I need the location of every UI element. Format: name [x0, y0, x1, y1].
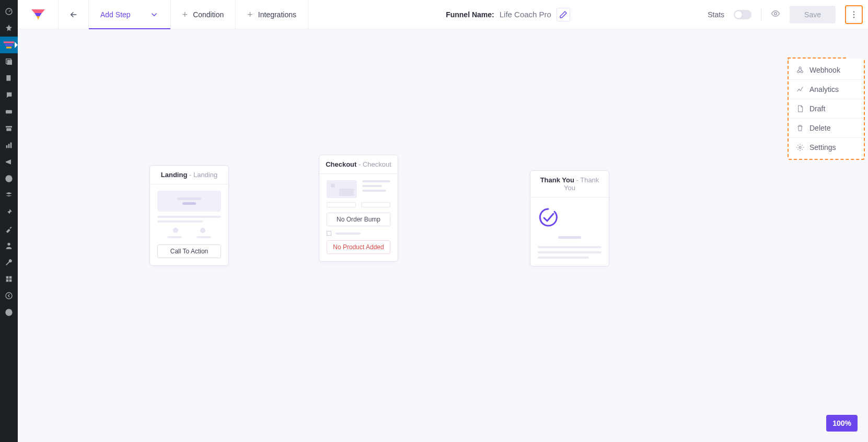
wp-admin-sidebar	[0, 0, 18, 442]
svg-rect-2	[5, 44, 13, 45]
svg-rect-9	[6, 128, 11, 131]
funnel-name-label: Funnel Name:	[446, 10, 494, 19]
wp-settings-icon[interactable]	[0, 271, 18, 287]
eye-icon	[771, 9, 780, 18]
wp-appearance-icon[interactable]	[0, 220, 18, 237]
svg-point-26	[853, 14, 855, 15]
wp-analytics-icon[interactable]	[0, 137, 18, 154]
wp-pin2-icon[interactable]	[0, 204, 18, 220]
wp-dashboard-icon[interactable]	[0, 3, 18, 20]
wp-templates-icon[interactable]	[0, 187, 18, 204]
menu-item-analytics[interactable]: Analytics	[789, 80, 864, 99]
chevron-down-icon	[149, 10, 159, 19]
edit-name-button[interactable]	[557, 8, 570, 21]
step-card-landing[interactable]: Landing - Landing Call To Action	[149, 165, 229, 266]
menu-label: Webhook	[809, 66, 840, 74]
file-icon	[796, 104, 804, 113]
funnel-canvas[interactable]: Landing - Landing Call To Action Checkou…	[18, 29, 868, 442]
tab-add-step-label: Add Step	[100, 10, 131, 19]
tab-add-step[interactable]: Add Step	[89, 0, 171, 29]
svg-rect-7	[6, 110, 12, 114]
wp-woo-icon[interactable]	[0, 103, 18, 120]
svg-rect-6	[6, 75, 10, 81]
save-button[interactable]: Save	[790, 6, 836, 24]
menu-item-settings[interactable]: Settings	[789, 138, 864, 157]
webhook-icon	[796, 66, 804, 74]
svg-point-19	[6, 293, 12, 299]
plus-icon: +	[182, 10, 188, 19]
analytics-icon	[796, 85, 804, 94]
svg-rect-18	[9, 280, 12, 282]
step-connectors	[18, 29, 175, 108]
svg-point-14	[7, 243, 10, 246]
svg-point-20	[5, 309, 12, 316]
menu-item-draft[interactable]: Draft	[789, 99, 864, 119]
step-title: Landing - Landing	[150, 166, 228, 184]
menu-item-delete[interactable]: Delete	[789, 119, 864, 138]
wp-users-icon[interactable]	[0, 237, 18, 254]
arrow-left-icon	[69, 10, 78, 19]
menu-label: Delete	[809, 124, 830, 132]
svg-point-24	[774, 12, 777, 15]
more-options-button[interactable]	[845, 5, 863, 24]
wp-play-icon[interactable]	[0, 304, 18, 321]
tab-condition-label: Condition	[193, 10, 224, 19]
menu-item-webhook[interactable]: Webhook	[789, 61, 864, 80]
no-order-bump-badge[interactable]: No Order Bump	[327, 213, 390, 226]
checkmark-icon	[538, 207, 559, 228]
step-card-checkout[interactable]: Checkout - Checkout No Order Bump No Pro…	[319, 155, 398, 262]
wp-media-icon[interactable]	[0, 53, 18, 70]
step-card-thankyou[interactable]: Thank You - Thank You	[530, 170, 609, 266]
funnel-name-value: Life Coach Pro	[500, 10, 551, 19]
svg-rect-16	[9, 276, 12, 279]
preview-button[interactable]	[771, 9, 780, 20]
topbar: Add Step + Condition + Integrations Funn…	[18, 0, 868, 29]
svg-rect-5	[7, 60, 12, 65]
dots-vertical-icon	[849, 10, 859, 19]
wp-tools-icon[interactable]	[0, 254, 18, 271]
svg-rect-12	[10, 143, 12, 148]
funnel-editor-app: Add Step + Condition + Integrations Funn…	[18, 0, 868, 442]
step-title: Thank You - Thank You	[530, 171, 609, 197]
zoom-level-badge[interactable]: 100%	[826, 415, 858, 432]
step-preview	[530, 197, 609, 266]
cta-button[interactable]: Call To Action	[157, 245, 221, 258]
svg-point-27	[853, 16, 855, 18]
tab-integrations-label: Integrations	[258, 10, 296, 19]
wp-collapse-icon[interactable]	[0, 287, 18, 304]
wp-pages-icon[interactable]	[0, 70, 18, 87]
wp-archive-icon[interactable]	[0, 120, 18, 137]
wp-comments-icon[interactable]	[0, 87, 18, 103]
app-logo[interactable]	[18, 0, 59, 29]
svg-marker-22	[34, 13, 42, 16]
svg-point-25	[853, 11, 855, 13]
step-name: Thank You	[540, 176, 574, 184]
wp-elementor-icon[interactable]	[0, 170, 18, 187]
svg-rect-10	[6, 145, 8, 148]
step-type: Checkout	[363, 160, 391, 168]
stats-toggle[interactable]	[734, 10, 751, 19]
topbar-right: Stats Save	[708, 0, 868, 29]
step-name: Landing	[161, 171, 188, 179]
more-options-menu: Webhook Analytics Draft Delete Settings	[788, 59, 865, 160]
tab-condition[interactable]: + Condition	[171, 0, 236, 29]
step-preview: No Order Bump No Product Added	[319, 174, 398, 261]
back-button[interactable]	[59, 0, 89, 29]
svg-rect-1	[4, 41, 14, 43]
svg-rect-11	[8, 144, 10, 148]
svg-marker-23	[37, 16, 40, 20]
menu-label: Draft	[809, 104, 825, 113]
wp-funnel-icon[interactable]	[0, 37, 18, 53]
trash-icon	[796, 124, 804, 132]
wp-marketing-icon[interactable]	[0, 154, 18, 170]
svg-point-31	[799, 146, 801, 148]
stats-label: Stats	[708, 10, 724, 19]
gear-icon	[796, 143, 804, 152]
no-product-badge[interactable]: No Product Added	[327, 240, 390, 254]
divider	[761, 8, 761, 21]
step-name: Checkout	[326, 160, 356, 168]
step-title: Checkout - Checkout	[319, 155, 398, 174]
wp-pin-icon[interactable]	[0, 20, 18, 37]
tab-integrations[interactable]: + Integrations	[236, 0, 308, 29]
menu-label: Analytics	[809, 85, 839, 94]
